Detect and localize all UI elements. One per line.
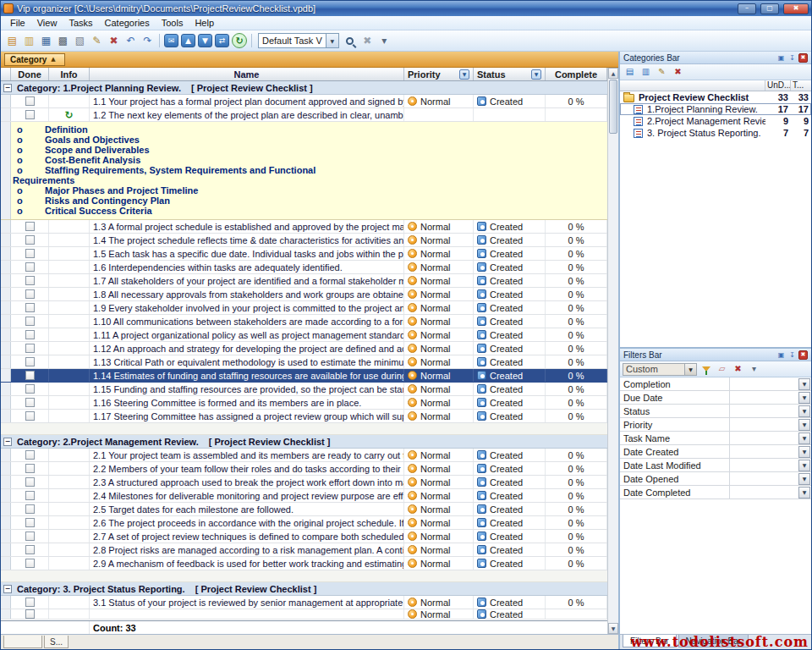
done-checkbox[interactable]: [25, 303, 35, 312]
save-icon[interactable]: ▦: [38, 33, 54, 49]
category-row[interactable]: −Category: 1.Project Planning Review.[ P…: [1, 81, 607, 95]
maximize-button[interactable]: ▢: [760, 3, 779, 14]
add-subcategory-icon[interactable]: ▥: [639, 65, 653, 79]
done-checkbox[interactable]: [25, 398, 35, 407]
scroll-down-icon[interactable]: ▼: [608, 623, 618, 634]
menu-view[interactable]: View: [31, 17, 63, 29]
task-row[interactable]: 2.6 The project proceeds in accordance w…: [1, 516, 607, 530]
done-checkbox[interactable]: [25, 249, 35, 258]
status-tab-2[interactable]: S...: [44, 636, 69, 648]
group-by-category-chip[interactable]: Category ▲: [4, 53, 65, 66]
done-checkbox[interactable]: [25, 235, 35, 245]
restore-icon[interactable]: ▣: [776, 53, 786, 63]
filter-dropdown-icon[interactable]: ▼: [531, 69, 541, 80]
done-checkbox[interactable]: [25, 545, 35, 554]
filter-field-value[interactable]: [730, 405, 798, 417]
clear-search-icon[interactable]: ✖: [359, 33, 376, 49]
tree-item[interactable]: 2.Project Management Review99: [620, 115, 811, 127]
task-row[interactable]: 2.2 Members of your team follow their ro…: [1, 462, 607, 476]
filter-dropdown-icon[interactable]: ▼: [798, 405, 810, 417]
task-row[interactable]: 1.10 All communications between stakehol…: [1, 315, 607, 328]
task-row[interactable]: 3.1 Status of your project is reviewed b…: [1, 596, 607, 609]
toolbar-options-icon[interactable]: ▾: [376, 33, 392, 49]
open-file-icon[interactable]: ▥: [21, 33, 37, 49]
column-header-priority[interactable]: Priority▼: [404, 68, 474, 80]
done-checkbox[interactable]: [25, 491, 35, 500]
task-row[interactable]: 2.4 Milestones for deliverable monitorin…: [1, 489, 607, 503]
task-row[interactable]: 1.16 Steering Committee is formed and it…: [1, 396, 607, 410]
done-checkbox[interactable]: [25, 450, 35, 460]
filter-dropdown-icon[interactable]: ▼: [798, 378, 810, 390]
scrollbar-track[interactable]: [608, 135, 618, 623]
filter-field-value[interactable]: [730, 377, 798, 390]
done-checkbox[interactable]: [25, 384, 35, 394]
filter-dropdown-icon[interactable]: ▼: [798, 432, 810, 444]
done-checkbox[interactable]: [25, 357, 35, 366]
task-row[interactable]: 1.12 An approach and strategy for develo…: [1, 342, 607, 355]
done-checkbox[interactable]: [25, 464, 35, 473]
done-checkbox[interactable]: [25, 317, 35, 326]
print-icon[interactable]: ▩: [55, 33, 71, 49]
task-row[interactable]: 2.3 A structured approach used to break …: [1, 476, 607, 489]
clear-filter-icon[interactable]: ▱: [715, 362, 729, 376]
task-row[interactable]: 2.5 Target dates for each milestone are …: [1, 503, 607, 516]
done-checkbox[interactable]: [25, 289, 35, 299]
filters-bar-header[interactable]: Filters Bar ▣↧✖: [620, 349, 811, 361]
task-row[interactable]: 1.17 Steering Committee has assigned a p…: [1, 410, 607, 423]
task-row[interactable]: 1.11 A project organizational policy as …: [1, 328, 607, 342]
task-row[interactable]: 1.5 Each task has a specific due date. I…: [1, 247, 607, 261]
tree-item[interactable]: 1.Project Planning Review.1717: [620, 103, 811, 115]
filter-field-value[interactable]: [730, 432, 798, 444]
filter-dropdown-icon[interactable]: ▼: [798, 460, 810, 471]
menu-help[interactable]: Help: [189, 17, 220, 29]
task-row[interactable]: 1.14 Estimates of funding and staffing r…: [1, 369, 607, 383]
done-checkbox[interactable]: [25, 262, 35, 272]
delete-category-icon[interactable]: ✖: [671, 65, 685, 79]
scrollbar-thumb[interactable]: [609, 80, 617, 134]
category-row[interactable]: −Category: 3. Project Status Reporting.[…: [1, 582, 607, 596]
done-checkbox[interactable]: [25, 609, 35, 619]
task-row[interactable]: 1.3 A formal project schedule is establi…: [1, 220, 607, 234]
task-row[interactable]: 1.6 Interdependencies within tasks are a…: [1, 261, 607, 274]
done-checkbox[interactable]: [25, 411, 35, 421]
task-row[interactable]: ↻1.2 The next key elements of the projec…: [1, 108, 607, 122]
filter-options-icon[interactable]: ▾: [747, 362, 761, 376]
done-checkbox[interactable]: [25, 518, 35, 527]
edit-task-icon[interactable]: ✎: [89, 33, 105, 49]
task-row[interactable]: 2.8 Project risks are managed according …: [1, 543, 607, 557]
print-preview-icon[interactable]: ▧: [72, 33, 88, 49]
close-button[interactable]: ✖: [783, 3, 809, 14]
filter-field-value[interactable]: [730, 391, 798, 404]
collapse-icon[interactable]: −: [3, 585, 12, 593]
vertical-scrollbar[interactable]: ▲ ▼: [607, 68, 618, 634]
collapse-icon[interactable]: −: [3, 438, 12, 446]
delete-task-icon[interactable]: ✖: [106, 33, 122, 49]
done-checkbox[interactable]: [25, 110, 35, 119]
title-bar[interactable]: Vip organizer [C:\Users\dmitry\Documents…: [1, 1, 811, 16]
task-row[interactable]: 1.7 All stakeholders of your project are…: [1, 274, 607, 288]
add-category-icon[interactable]: ▤: [623, 65, 637, 79]
filter-dropdown-icon[interactable]: ▼: [798, 487, 810, 499]
recurrence-toolbar-icon[interactable]: ↻: [232, 33, 247, 48]
task-row[interactable]: 1.9 Every stakeholder involved in your p…: [1, 301, 607, 315]
restore-icon[interactable]: ▣: [776, 350, 786, 360]
filter-field-value[interactable]: [730, 459, 798, 471]
menu-categories[interactable]: Categories: [99, 17, 156, 29]
column-header-done[interactable]: Done: [11, 68, 49, 80]
column-header-complete[interactable]: Complete: [546, 68, 607, 80]
move-up-icon[interactable]: ▲: [181, 34, 195, 47]
done-checkbox[interactable]: [25, 96, 35, 106]
email-task-icon[interactable]: ✉: [164, 34, 178, 47]
scroll-up-icon[interactable]: ▲: [608, 68, 618, 79]
filter-dropdown-icon[interactable]: ▼: [798, 446, 810, 458]
minimize-button[interactable]: –: [738, 3, 756, 14]
done-checkbox[interactable]: [25, 559, 35, 568]
pin-icon[interactable]: ↧: [787, 53, 797, 63]
menu-tools[interactable]: Tools: [156, 17, 189, 29]
done-checkbox[interactable]: [25, 598, 35, 607]
column-header-total[interactable]: T...: [791, 80, 811, 91]
status-tab-1[interactable]: [3, 636, 42, 648]
search-icon[interactable]: [343, 33, 359, 49]
undo-icon[interactable]: ↶: [123, 33, 139, 49]
column-header-info[interactable]: Info: [49, 68, 90, 80]
